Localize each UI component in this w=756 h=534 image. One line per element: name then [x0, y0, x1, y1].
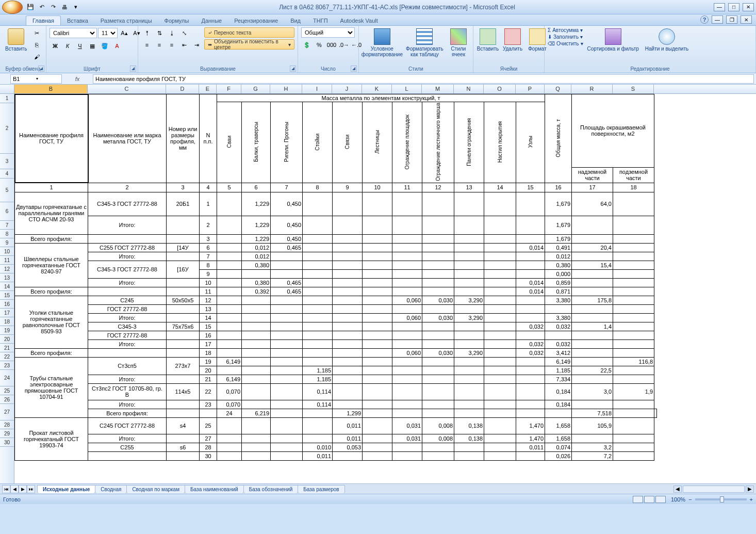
tab-data[interactable]: Данные — [195, 16, 228, 25]
align-bottom-icon[interactable]: ⭳ — [166, 27, 177, 39]
row-header-8[interactable]: 8 — [0, 230, 14, 238]
view-page-break-icon[interactable] — [655, 496, 666, 503]
delete-cells-button[interactable]: Удалить — [501, 27, 524, 53]
row-header-4[interactable]: 4 — [0, 169, 14, 179]
col-header-E[interactable]: E — [199, 85, 217, 93]
quickprint-icon[interactable]: 🖶 — [60, 3, 69, 12]
hscroll-track[interactable] — [683, 486, 745, 493]
row-header-10[interactable]: 10 — [0, 247, 14, 256]
row-header-17[interactable]: 17 — [0, 309, 14, 317]
minimize-button[interactable]: — — [714, 3, 725, 11]
align-left-icon[interactable]: ≡ — [141, 39, 153, 51]
col-header-I[interactable]: I — [302, 85, 332, 93]
underline-button[interactable]: Ч — [74, 40, 86, 52]
help-icon[interactable]: ? — [700, 15, 709, 24]
copy-icon[interactable]: ⎘ — [31, 39, 42, 51]
col-header-H[interactable]: H — [270, 85, 302, 93]
italic-button[interactable]: К — [62, 40, 73, 52]
col-header-M[interactable]: M — [422, 85, 454, 93]
paste-button[interactable]: Вставить — [3, 27, 29, 53]
col-header-L[interactable]: L — [392, 85, 422, 93]
row-header-6[interactable]: 6 — [0, 202, 14, 221]
row-header-1[interactable]: 1 — [0, 94, 14, 103]
format-as-table-button[interactable]: Форматировать как таблицу — [404, 27, 445, 58]
row-header-16[interactable]: 16 — [0, 300, 14, 309]
sort-filter-button[interactable]: Сортировка и фильтр — [585, 27, 641, 53]
border-icon[interactable]: ▦ — [87, 40, 98, 52]
font-launcher[interactable]: ◢ — [130, 66, 136, 72]
view-normal-icon[interactable] — [633, 496, 643, 503]
sheet-tab-5[interactable]: База размеров — [298, 485, 344, 493]
qat-dropdown-icon[interactable]: ▾ — [71, 3, 80, 12]
row-header-21[interactable]: 21 — [0, 344, 14, 352]
col-header-N[interactable]: N — [454, 85, 484, 93]
col-header-D[interactable]: D — [166, 85, 199, 93]
alignment-launcher[interactable]: ◢ — [290, 66, 296, 72]
sheet-tab-2[interactable]: Сводная по маркам — [126, 485, 185, 493]
bold-button[interactable]: Ж — [50, 40, 61, 52]
align-top-icon[interactable]: ⭱ — [141, 27, 153, 39]
conditional-formatting-button[interactable]: Условное форматирование — [362, 27, 402, 58]
sheet-tab-4[interactable]: База обозначений — [243, 485, 299, 493]
row-header-20[interactable]: 20 — [0, 335, 14, 344]
row-header-19[interactable]: 19 — [0, 326, 14, 335]
col-header-S[interactable]: S — [613, 85, 654, 93]
row-header-5[interactable]: 5 — [0, 179, 14, 202]
row-header-12[interactable]: 12 — [0, 265, 14, 273]
col-header-G[interactable]: G — [241, 85, 270, 93]
row-header-28[interactable]: 28 — [0, 420, 14, 429]
row-header-2[interactable]: 2 — [0, 103, 14, 154]
select-all-button[interactable] — [0, 85, 14, 93]
row-header-24[interactable]: 24 — [0, 370, 14, 386]
col-header-K[interactable]: K — [362, 85, 392, 93]
workbook-minimize-button[interactable]: — — [712, 15, 723, 24]
tab-formulas[interactable]: Формулы — [158, 16, 195, 25]
cell-styles-button[interactable]: Стили ячеек — [447, 27, 470, 58]
cut-icon[interactable]: ✂ — [31, 27, 42, 39]
clipboard-launcher[interactable]: ◢ — [38, 66, 44, 72]
insert-cells-button[interactable]: Вставить — [476, 27, 499, 53]
tab-tngp[interactable]: ТНГП — [307, 16, 334, 25]
row-header-27[interactable]: 27 — [0, 404, 14, 420]
row-header-25[interactable]: 25 — [0, 386, 14, 395]
tab-page-layout[interactable]: Разметка страницы — [94, 16, 158, 25]
col-header-J[interactable]: J — [332, 85, 362, 93]
wrap-text-button[interactable]: ⤶Перенос текста — [204, 27, 294, 38]
hscroll-left[interactable]: ◀ — [673, 486, 682, 493]
tab-view[interactable]: Вид — [284, 16, 307, 25]
col-header-C[interactable]: C — [88, 85, 166, 93]
clear-button[interactable]: ⌫Очистить▾ — [548, 41, 583, 46]
fill-button[interactable]: ⬇Заполнить▾ — [548, 34, 583, 40]
formula-input[interactable]: Наименование профиля ГОСТ, ТУ — [93, 74, 754, 84]
font-name-combo[interactable]: Calibri — [50, 28, 97, 38]
row-header-11[interactable]: 11 — [0, 256, 14, 265]
undo-icon[interactable]: ↶ — [37, 3, 46, 12]
maximize-button[interactable]: □ — [728, 3, 739, 11]
increase-decimal-icon[interactable]: .0→ — [338, 39, 350, 51]
sheet-tab-1[interactable]: Сводная — [95, 485, 127, 493]
tab-insert[interactable]: Вставка — [61, 16, 94, 25]
fill-color-icon[interactable]: 🪣 — [99, 40, 110, 52]
row-header-22[interactable]: 22 — [0, 352, 14, 361]
font-size-combo[interactable]: 11 — [98, 28, 118, 38]
office-button[interactable] — [2, 1, 23, 14]
save-icon[interactable]: 💾 — [26, 3, 35, 12]
format-painter-icon[interactable]: 🖌 — [31, 51, 42, 62]
font-color-icon[interactable]: A — [111, 40, 123, 52]
tab-review[interactable]: Рецензирование — [228, 16, 284, 25]
col-header-O[interactable]: O — [484, 85, 516, 93]
fx-button[interactable]: fx — [72, 76, 83, 82]
align-center-icon[interactable]: ≡ — [154, 39, 165, 51]
sheet-nav-prev[interactable]: ◀ — [10, 485, 19, 493]
row-header-30[interactable]: 30 — [0, 438, 14, 447]
cells-area[interactable]: Наименование профиля ГОСТ, ТУНаименовани… — [14, 94, 657, 483]
col-header-F[interactable]: F — [217, 85, 241, 93]
col-header-B[interactable]: B — [14, 85, 88, 93]
autosum-button[interactable]: ΣАвтосумма▾ — [548, 27, 583, 33]
zoom-in-button[interactable]: + — [750, 496, 753, 503]
row-header-13[interactable]: 13 — [0, 273, 14, 282]
sheet-nav-first[interactable]: ⏮ — [2, 485, 10, 493]
zoom-out-button[interactable]: − — [688, 496, 692, 503]
row-header-3[interactable]: 3 — [0, 154, 14, 169]
increase-font-icon[interactable]: A▴ — [119, 27, 130, 39]
